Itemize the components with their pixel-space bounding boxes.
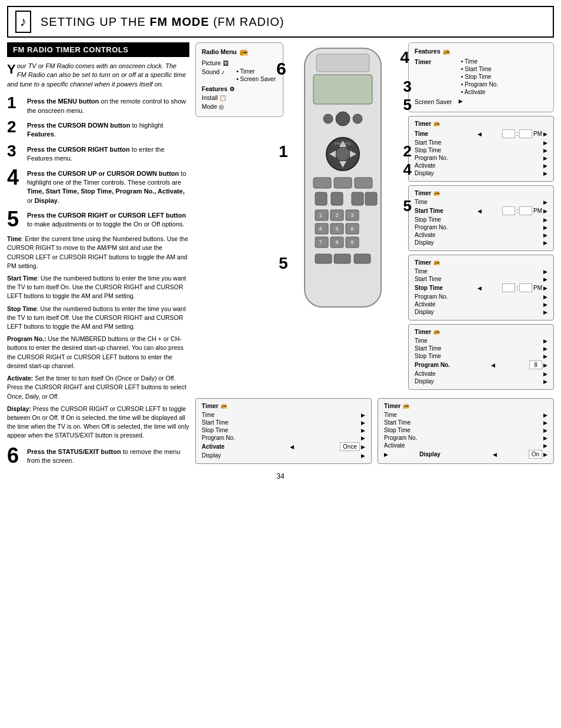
radio-menu-title: Radio Menu 📻 xyxy=(202,48,277,56)
bottom-panel-display: Timer 📻 Time ▶ Start Time ▶ Stop Time ▶ … xyxy=(378,398,554,464)
timer-row-display-1: Display ▶ xyxy=(415,170,547,176)
features-panel-title: Features 📻 xyxy=(415,48,547,55)
step-text-2: Press the CURSOR DOWN button to highligh… xyxy=(27,119,189,139)
step-1: 1 Press the MENU button on the remote co… xyxy=(7,95,189,115)
svg-text:8: 8 xyxy=(335,239,338,245)
step-num-1: 1 xyxy=(7,95,24,111)
step-num-6: 6 xyxy=(7,445,24,466)
detail-time: Time: Enter the current time using the N… xyxy=(7,235,189,271)
svg-rect-28 xyxy=(315,254,332,263)
timer-icon-2: 📻 xyxy=(433,190,440,196)
detail-activate: Activate: Set the timer to turn itself O… xyxy=(7,374,189,401)
detail-program-no: Program No.: Use the NUMBERED buttons or… xyxy=(7,335,189,370)
timer-row-programno-1: Program No. ▶ xyxy=(415,155,547,161)
features-panel-icon: 📻 xyxy=(443,48,450,55)
features-panel: Features 📻 Timer Time Start Time Stop Ti… xyxy=(408,42,554,112)
overlay-step-6: 6 xyxy=(276,59,286,79)
features-icon: ⚙ xyxy=(229,86,235,92)
svg-text:2: 2 xyxy=(335,212,338,218)
page-number: 34 xyxy=(0,472,561,480)
timer-icon-4: 📻 xyxy=(433,329,440,335)
menu-row-install: Install 📋 xyxy=(202,94,277,101)
svg-text:3: 3 xyxy=(350,212,353,218)
bottom-panel-activate-title: Timer 📻 xyxy=(202,402,365,409)
intro-paragraph: Your TV or FM Radio comes with an onscre… xyxy=(7,62,189,89)
timer-panel-4: Timer 📻 Time ▶ Start Time ▶ Stop Time ▶ xyxy=(408,324,554,390)
svg-text:4: 4 xyxy=(319,226,322,232)
timer-panel-3-title: Timer 📻 xyxy=(415,259,547,266)
left-column: FM Radio Timer Controls Your TV or FM Ra… xyxy=(7,42,189,466)
svg-text:7: 7 xyxy=(319,239,322,245)
radio-menu-panel: Radio Menu 📻 Picture 🖼 Sound xyxy=(195,42,283,117)
bottom-panel-activate: Timer 📻 Time ▶ Start Time ▶ Stop Time ▶ … xyxy=(195,398,372,464)
timer-panel-1-title: Timer 📻 xyxy=(415,120,547,127)
menu-row-mode: Mode ◎ xyxy=(202,103,277,110)
step-3: 3 Press the CURSOR RIGHT button to enter… xyxy=(7,143,189,163)
right-area: Radio Menu 📻 Picture 🖼 Sound xyxy=(195,42,554,466)
svg-text:6: 6 xyxy=(350,226,353,232)
music-icon: ♪ xyxy=(15,11,31,33)
bottom-panels-row: Timer 📻 Time ▶ Start Time ▶ Stop Time ▶ … xyxy=(195,398,554,464)
step-num-2: 2 xyxy=(7,119,24,135)
svg-rect-12 xyxy=(313,178,331,188)
overlay-step-1: 1 xyxy=(279,142,288,161)
detail-start-time: Start Time: Use the numbered buttons to … xyxy=(7,274,189,301)
detail-display: Display: Press the CURSOR RIGHT or CURSO… xyxy=(7,405,189,440)
step-text-6: Press the STATUS/EXIT button to remove t… xyxy=(27,445,189,466)
section-title: FM Radio Timer Controls xyxy=(7,42,189,57)
page-header: ♪ Setting up the FM Mode (FM Radio) xyxy=(7,6,554,38)
step-4: 4 Press the CURSOR UP or CURSOR DOWN but… xyxy=(7,167,189,206)
svg-rect-30 xyxy=(354,254,370,263)
mode-icon: ◎ xyxy=(219,103,224,110)
step-text-5: Press the CURSOR RIGHT or CUR­SOR LEFT b… xyxy=(27,209,189,229)
menu-row-sound: Sound ♪ Timer Screen Saver xyxy=(202,68,277,84)
timer-row-stoptime-1: Stop Time ▶ xyxy=(415,147,547,153)
svg-point-5 xyxy=(353,114,362,123)
detail-section: Time: Enter the current time using the N… xyxy=(7,235,189,440)
menu-row-features: Features ⚙ xyxy=(202,85,277,92)
radio-icon: 📻 xyxy=(239,48,248,56)
step-num-4: 4 xyxy=(7,167,24,188)
picture-icon: 🖼 xyxy=(223,60,229,66)
page-title: Setting up the FM Mode (FM Radio) xyxy=(41,15,285,29)
timer-panel-1: Timer 📻 Time ◀ : PM ▶ xyxy=(408,116,554,182)
step-text-1: Press the MENU button on the remote cont… xyxy=(27,95,189,115)
step-5: 5 Press the CURSOR RIGHT or CUR­SOR LEFT… xyxy=(7,209,189,230)
svg-rect-17 xyxy=(352,192,363,205)
svg-rect-16 xyxy=(331,192,343,205)
svg-rect-18 xyxy=(365,192,377,205)
features-screensaver-row: Screen Saver ▶ xyxy=(415,98,547,105)
timer-row-starttime-1: Start Time ▶ xyxy=(415,139,547,146)
svg-rect-14 xyxy=(355,178,372,188)
svg-text:9: 9 xyxy=(350,239,353,245)
svg-point-3 xyxy=(336,112,350,126)
remote-svg: 1 2 3 4 5 6 7 8 9 PHILIPS xyxy=(287,42,399,313)
menu-row-picture: Picture 🖼 xyxy=(202,59,277,66)
timer-panel-2-title: Timer 📻 xyxy=(415,189,547,196)
step-text-3: Press the CURSOR RIGHT button to enter t… xyxy=(27,143,189,163)
drop-cap: Y xyxy=(7,63,16,76)
features-timer-row: Timer Time Start Time Stop Time Program … xyxy=(415,58,547,96)
timer-panel-2: Timer 📻 Time ▶ Start Time ◀ : PM xyxy=(408,185,554,251)
bottom-panel-display-title: Timer 📻 xyxy=(384,402,547,409)
remote-area: 6 4 35 1 245 5 xyxy=(287,42,405,314)
timer-row-activate-1: Activate ▶ xyxy=(415,162,547,169)
detail-stop-time: Stop Time: Use the numbered buttons to e… xyxy=(7,305,189,332)
svg-text:PHILIPS: PHILIPS xyxy=(335,142,351,146)
svg-rect-15 xyxy=(315,192,327,205)
timer-icon-3: 📻 xyxy=(433,259,440,265)
svg-rect-1 xyxy=(316,54,369,72)
svg-rect-29 xyxy=(334,254,350,263)
main-content: FM Radio Timer Controls Your TV or FM Ra… xyxy=(7,42,554,466)
right-panels-col: Features 📻 Timer Time Start Time Stop Ti… xyxy=(408,42,554,390)
step-num-5: 5 xyxy=(7,209,24,230)
svg-point-7 xyxy=(336,147,350,161)
svg-rect-13 xyxy=(334,178,352,188)
overlay-step-4a: 4 xyxy=(400,48,409,67)
overlay-step-24: 245 xyxy=(403,142,412,215)
steps-list: 1 Press the MENU button on the remote co… xyxy=(7,95,189,230)
overlay-step-3: 35 xyxy=(403,78,412,114)
step-2: 2 Press the CURSOR DOWN button to highli… xyxy=(7,119,189,139)
timer-panel-4-title: Timer 📻 xyxy=(415,328,547,335)
bottom-timer-icon-2: 📻 xyxy=(403,403,409,409)
